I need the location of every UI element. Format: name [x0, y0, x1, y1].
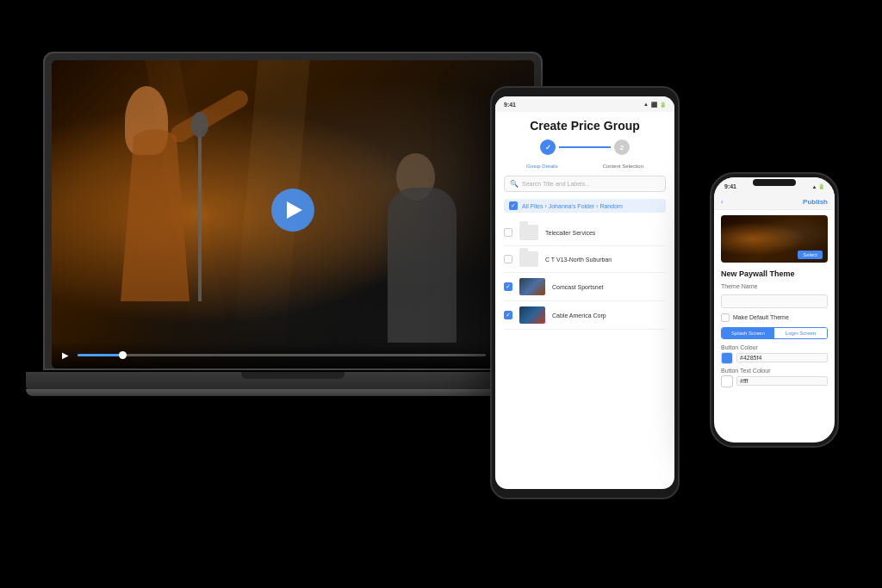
file-list: Telecaller Services C T V13-North Suburb… [504, 220, 666, 330]
theme-name-input[interactable] [721, 294, 828, 308]
laptop-base [26, 372, 560, 389]
button-color-value[interactable]: #4285f4 [736, 353, 828, 362]
steps-labels: Group Details Content Selection [504, 164, 666, 169]
singer-arm [168, 87, 252, 145]
folder-icon [519, 225, 538, 240]
splash-screen-button[interactable]: Splash Screen [722, 328, 774, 338]
select-button[interactable]: Select [798, 251, 823, 259]
search-icon: 🔍 [510, 180, 519, 188]
file-checkbox-3[interactable]: ✓ [504, 282, 512, 291]
select-all-checkbox[interactable]: ✓ [509, 201, 518, 210]
button-text-color-value[interactable]: #fff [736, 376, 828, 386]
file-name-2: C T V13-North Suburban [545, 257, 666, 263]
phone-screen: 9:41 ▲ 🔋 ‹ Publish Select New Paywa [714, 177, 835, 443]
steps-bar: ✓ 2 [504, 139, 666, 155]
file-checkbox-4[interactable]: ✓ [504, 311, 512, 319]
splash-login-toggle: Splash Screen Login Screen [721, 327, 828, 339]
tablet-title: Create Price Group [504, 119, 666, 133]
video-thumb-2 [519, 306, 545, 324]
laptop-foot [26, 389, 560, 396]
default-theme-checkbox[interactable] [721, 313, 730, 322]
play-triangle-icon [287, 201, 302, 219]
button-color-section: Button Colour #4285f4 [721, 344, 828, 364]
singer-silhouette [103, 77, 258, 301]
guitarist-body [388, 188, 457, 343]
microphone-head [191, 112, 208, 138]
search-placeholder: Search Title and Labels... [522, 181, 590, 187]
theme-name-group: Theme Name [721, 283, 828, 308]
phone-video-thumbnail: Select [721, 215, 828, 263]
tablet-device: 9:41 ▲ ⬛ 🔋 Create Price Group ✓ 2 Group … [490, 86, 680, 499]
file-name-4: Cable America Corp [552, 313, 666, 319]
file-checkbox-2[interactable] [504, 255, 512, 263]
progress-handle[interactable] [119, 351, 127, 359]
video-thumb-img-1 [519, 278, 545, 295]
laptop: ▶ 0:06 🔊 [43, 52, 551, 534]
button-text-color-swatch[interactable] [721, 375, 733, 387]
video-thumb-1 [519, 278, 545, 295]
tablet-statusbar: 9:41 ▲ ⬛ 🔋 [495, 96, 674, 112]
file-checkbox-1[interactable] [504, 228, 512, 237]
phone-content: Select New Paywall Theme Theme Name Make… [714, 210, 835, 396]
login-screen-button[interactable]: Login Screen [774, 328, 827, 338]
guitarist-silhouette [362, 153, 491, 343]
tablet-search[interactable]: 🔍 Search Title and Labels... [504, 176, 666, 192]
default-theme-row: Make Default Theme [721, 313, 828, 322]
tablet-status-icons: ▲ ⬛ 🔋 [643, 102, 666, 108]
button-text-color-section: Button Text Colour #fff [721, 368, 828, 387]
step-line [559, 146, 611, 148]
phone-status-icons: ▲ 🔋 [811, 183, 824, 189]
button-color-label: Button Colour [721, 344, 828, 350]
microphone-stand [198, 129, 202, 301]
step-2-circle: 2 [614, 139, 630, 155]
breadcrumb-text: All Files › Johanna's Folder › Random [522, 203, 623, 209]
list-item: ✓ Cable America Corp [504, 301, 666, 330]
laptop-notch [241, 372, 345, 379]
step-1-label: Group Details [526, 164, 558, 169]
phone-time: 9:41 [724, 183, 736, 189]
default-theme-label: Make Default Theme [733, 314, 789, 320]
laptop-body: ▶ 0:06 🔊 [43, 52, 543, 370]
button-color-swatch[interactable] [721, 352, 733, 364]
tablet-time: 9:41 [504, 102, 516, 108]
phone-notch [753, 179, 796, 186]
video-controls: ▶ 0:06 🔊 [52, 341, 534, 368]
button-color-row: #4285f4 [721, 352, 828, 364]
publish-button[interactable]: Publish [803, 198, 828, 206]
progress-bar[interactable] [78, 354, 486, 356]
phone-device: 9:41 ▲ 🔋 ‹ Publish Select New Paywa [710, 172, 839, 448]
step-2-label: Content Selection [603, 164, 643, 169]
button-text-color-row: #fff [721, 375, 828, 387]
back-button[interactable]: ‹ [721, 198, 724, 206]
list-item: C T V13-North Suburban [504, 246, 666, 273]
scene: ▶ 0:06 🔊 [0, 0, 882, 588]
list-item: ✓ Comcast Sportsnet [504, 273, 666, 301]
phone-header: ‹ Publish [714, 195, 835, 210]
video-thumb-img-2 [519, 306, 545, 324]
phone-section-title: New Paywall Theme [721, 269, 828, 278]
laptop-screen-inner: ▶ 0:06 🔊 [52, 60, 534, 368]
file-name-3: Comcast Sportsnet [552, 284, 666, 290]
singer-body [121, 129, 189, 301]
tablet-screen: 9:41 ▲ ⬛ 🔋 Create Price Group ✓ 2 Group … [495, 96, 674, 489]
step-1-circle: ✓ [540, 139, 556, 155]
button-text-color-label: Button Text Colour [721, 368, 828, 374]
laptop-screen: ▶ 0:06 🔊 [52, 60, 534, 368]
folder-icon-2 [519, 251, 538, 267]
breadcrumb-bar: ✓ All Files › Johanna's Folder › Random [504, 199, 666, 213]
concert-background: ▶ 0:06 🔊 [52, 60, 534, 368]
theme-name-label: Theme Name [721, 283, 828, 289]
file-name-1: Telecaller Services [545, 230, 666, 236]
list-item: Telecaller Services [504, 220, 666, 246]
play-button[interactable] [271, 189, 314, 232]
tablet-content: Create Price Group ✓ 2 Group Details Con… [495, 112, 674, 337]
play-icon-small[interactable]: ▶ [60, 350, 71, 360]
